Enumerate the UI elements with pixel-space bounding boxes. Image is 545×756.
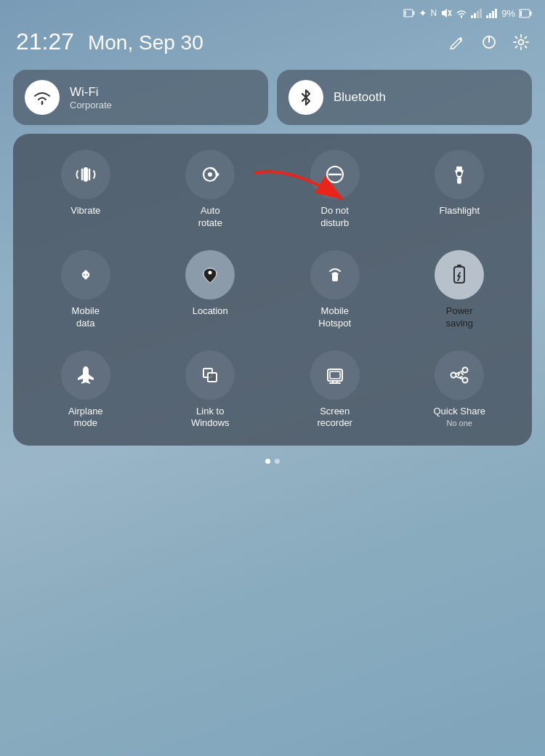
settings-button[interactable] [513, 34, 529, 50]
svg-point-42 [451, 372, 456, 377]
bluetooth-tile-icon [288, 80, 323, 115]
quick-share-tile[interactable]: Quick Share No one [400, 350, 520, 430]
flashlight-label: Flashlight [439, 205, 480, 217]
auto-rotate-label: Auto rotate [198, 205, 222, 230]
svg-rect-38 [330, 371, 340, 379]
link-windows-tile[interactable]: Link to Windows [151, 350, 270, 430]
svg-point-19 [519, 39, 524, 44]
svg-rect-2 [404, 11, 405, 16]
svg-rect-1 [413, 12, 414, 15]
wifi-tile-text: Wi-Fi Corporate [70, 85, 112, 110]
flashlight-tile[interactable]: Flashlight [400, 150, 520, 230]
bluetooth-tile-text: Bluetooth [334, 90, 386, 105]
dnd-icon [310, 150, 360, 199]
signal2-icon [486, 8, 498, 18]
svg-point-29 [457, 172, 461, 176]
svg-rect-21 [84, 167, 88, 182]
nfc-icon: N [431, 8, 437, 18]
status-icons: ✦ N [403, 7, 532, 19]
svg-rect-6 [471, 15, 473, 18]
flashlight-icon [435, 150, 484, 199]
power-button[interactable] [481, 34, 497, 50]
airplane-tile[interactable]: Airplane mode [26, 350, 145, 430]
svg-rect-36 [208, 373, 217, 382]
header-actions [449, 34, 529, 50]
dot-2 [275, 459, 280, 464]
do-not-disturb-tile[interactable]: Do not disturb [275, 150, 395, 230]
svg-rect-9 [480, 9, 482, 18]
svg-rect-28 [457, 177, 461, 184]
auto-rotate-tile[interactable]: Auto rotate [151, 150, 270, 230]
airplane-label: Airplane mode [68, 406, 103, 430]
quick-share-icon [435, 350, 484, 400]
battery-level-icon [519, 9, 532, 18]
svg-marker-3 [442, 9, 447, 17]
svg-rect-27 [456, 166, 462, 170]
svg-point-24 [208, 172, 212, 177]
mobile-data-label: Mobile data [72, 305, 100, 330]
main-panel: Vibrate Auto rotate Do not [13, 134, 532, 446]
location-tile[interactable]: Location [151, 250, 270, 330]
time-display: 21:27 [16, 28, 74, 55]
date-display: Mon, Sep 30 [88, 31, 203, 54]
airplane-icon [61, 350, 110, 400]
power-saving-icon [435, 250, 484, 299]
bluetooth-tile-name: Bluetooth [334, 90, 386, 105]
mobile-data-icon [61, 250, 110, 299]
mobile-data-tile[interactable]: Mobile data [26, 250, 145, 330]
power-saving-label: Power saving [445, 305, 473, 330]
dot-1 [265, 459, 270, 464]
battery-percentage: 9% [501, 8, 515, 19]
screen-recorder-icon [310, 350, 360, 400]
location-label: Location [193, 305, 228, 318]
svg-point-44 [463, 377, 468, 382]
quick-share-label: Quick Share [433, 406, 485, 418]
svg-rect-8 [477, 11, 479, 18]
mute-icon [440, 8, 452, 18]
location-icon [185, 250, 235, 299]
edit-button[interactable] [449, 34, 465, 50]
signal1-icon [471, 8, 483, 18]
svg-rect-12 [492, 11, 494, 18]
wifi-status-icon [456, 9, 467, 18]
power-saving-tile[interactable]: Power saving [400, 250, 520, 330]
battery-icon [403, 8, 415, 18]
vibrate-label: Vibrate [70, 205, 100, 217]
bluetooth-tile[interactable]: Bluetooth [277, 70, 532, 125]
datetime-display: 21:27 Mon, Sep 30 [16, 28, 203, 55]
svg-marker-23 [217, 172, 219, 177]
svg-rect-13 [495, 9, 497, 18]
wifi-tile[interactable]: Wi-Fi Corporate [13, 70, 268, 125]
hotspot-icon [310, 250, 360, 299]
svg-rect-15 [530, 11, 532, 15]
svg-point-31 [209, 270, 212, 274]
hotspot-tile[interactable]: Mobile Hotspot [275, 250, 395, 330]
header-row: 21:27 Mon, Sep 30 [0, 23, 545, 70]
quick-share-sub: No one [447, 419, 472, 427]
hotspot-label: Mobile Hotspot [318, 305, 351, 330]
wifi-tile-name: Wi-Fi [70, 85, 112, 100]
wifi-tile-sub: Corporate [70, 100, 112, 110]
screen-recorder-tile[interactable]: Screen recorder [275, 350, 395, 430]
svg-rect-34 [457, 265, 461, 268]
vibrate-icon [61, 150, 110, 199]
screen-recorder-label: Screen recorder [318, 406, 352, 430]
svg-rect-11 [489, 13, 491, 18]
top-tiles-row: Wi-Fi Corporate Bluetooth [0, 70, 545, 125]
status-bar: ✦ N [0, 0, 545, 23]
svg-rect-7 [474, 13, 476, 18]
link-windows-icon [185, 350, 235, 400]
svg-rect-16 [520, 10, 522, 16]
tile-grid: Vibrate Auto rotate Do not [26, 150, 519, 430]
svg-point-43 [463, 367, 468, 372]
link-windows-label: Link to Windows [191, 406, 230, 430]
svg-rect-10 [486, 15, 488, 18]
wifi-tile-icon [25, 80, 60, 115]
bluetooth-status-icon: ✦ [419, 7, 427, 19]
page-indicator [0, 459, 545, 464]
auto-rotate-icon [185, 150, 235, 199]
vibrate-tile[interactable]: Vibrate [26, 150, 145, 230]
dnd-label: Do not disturb [320, 205, 349, 230]
